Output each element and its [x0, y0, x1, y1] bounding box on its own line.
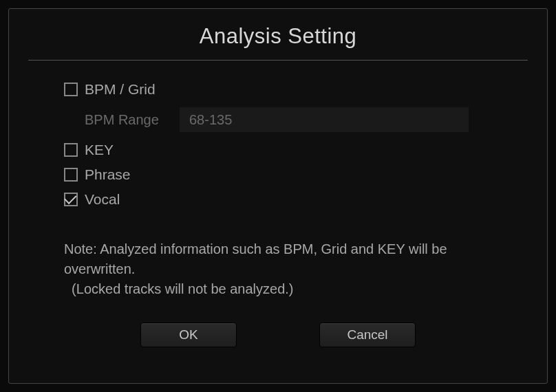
checkbox-vocal[interactable]	[64, 193, 78, 206]
label-phrase: Phrase	[85, 166, 131, 183]
dialog-title: Analysis Setting	[28, 24, 528, 61]
note-line-2: (Locked tracks will not be analyzed.)	[64, 279, 492, 299]
option-key: KEY	[61, 142, 495, 158]
label-bpm-range: BPM Range	[85, 112, 167, 128]
bpm-range-input[interactable]	[180, 107, 469, 132]
ok-button[interactable]: OK	[140, 323, 237, 347]
checkbox-phrase[interactable]	[64, 168, 78, 182]
bpm-range-row: BPM Range	[61, 107, 495, 132]
label-vocal: Vocal	[85, 191, 120, 208]
dialog-content: BPM / Grid BPM Range KEY Phrase Vocal No…	[28, 61, 528, 364]
option-bpm-grid: BPM / Grid	[61, 81, 495, 98]
analysis-setting-dialog: Analysis Setting BPM / Grid BPM Range KE…	[8, 8, 548, 384]
note-text: Note: Analyzed information such as BPM, …	[61, 239, 495, 299]
label-bpm-grid: BPM / Grid	[85, 81, 156, 98]
label-key: KEY	[85, 142, 114, 158]
cancel-button[interactable]: Cancel	[319, 323, 416, 347]
option-vocal: Vocal	[61, 191, 495, 208]
button-row: OK Cancel	[61, 323, 495, 347]
option-phrase: Phrase	[61, 166, 495, 183]
note-line-1: Note: Analyzed information such as BPM, …	[64, 239, 492, 279]
checkbox-key[interactable]	[64, 143, 78, 157]
checkbox-bpm-grid[interactable]	[64, 83, 78, 96]
